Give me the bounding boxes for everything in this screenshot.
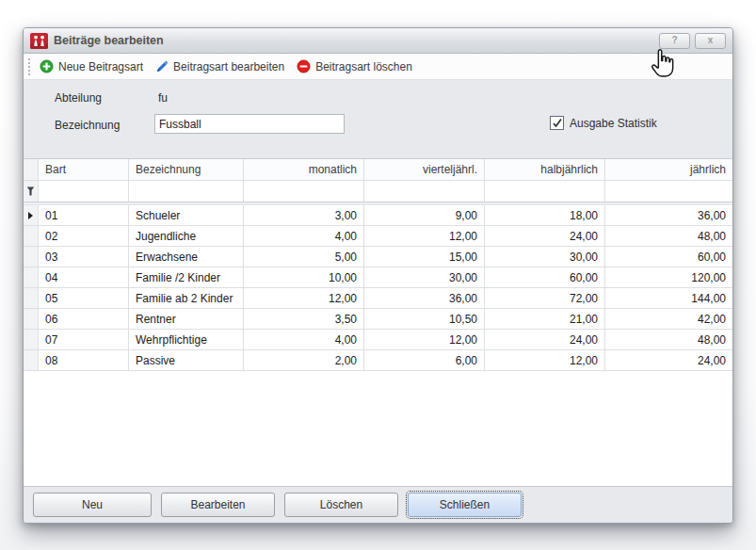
row-indicator-header xyxy=(24,159,39,180)
cell-bart[interactable]: 08 xyxy=(39,350,129,370)
cell-vierteljaehrl[interactable]: 12,00 xyxy=(364,330,485,349)
cell-jaehrlich[interactable]: 48,00 xyxy=(605,330,732,349)
cell-vierteljaehrl[interactable]: 30,00 xyxy=(364,267,485,287)
row-indicator xyxy=(24,330,39,349)
filter-cell-vierteljaehrl[interactable] xyxy=(364,181,485,202)
cell-bezeichnung[interactable]: Rentner xyxy=(129,309,244,329)
cell-monatlich[interactable]: 3,00 xyxy=(244,205,364,225)
bezeichnung-label: Bezeichnung xyxy=(55,119,120,132)
column-header-monatlich[interactable]: monatlich xyxy=(244,159,364,180)
cell-bezeichnung[interactable]: Familie /2 Kinder xyxy=(129,267,244,287)
cell-vierteljaehrl[interactable]: 6,00 xyxy=(364,350,485,370)
cell-jaehrlich[interactable]: 48,00 xyxy=(605,226,732,246)
filter-cell-jaehrlich[interactable] xyxy=(605,181,732,202)
cell-jaehrlich[interactable]: 144,00 xyxy=(605,288,732,308)
cell-bezeichnung[interactable]: Wehrpflichtige xyxy=(129,330,244,349)
cell-bezeichnung[interactable]: Jugendliche xyxy=(129,226,244,246)
cell-halbjaehrlich[interactable]: 60,00 xyxy=(485,267,605,287)
cell-jaehrlich[interactable]: 120,00 xyxy=(605,267,732,287)
table-row[interactable]: 04Familie /2 Kinder10,0030,0060,00120,00 xyxy=(24,267,732,288)
filter-funnel-icon xyxy=(26,186,35,196)
row-indicator xyxy=(24,288,39,308)
cell-halbjaehrlich[interactable]: 24,00 xyxy=(485,226,605,246)
table-row[interactable]: 01Schueler3,009,0018,0036,00 xyxy=(24,205,732,226)
table-row[interactable]: 07Wehrpflichtige4,0012,0024,0048,00 xyxy=(24,330,732,350)
cell-halbjaehrlich[interactable]: 12,00 xyxy=(485,350,605,370)
cell-bart[interactable]: 06 xyxy=(39,309,129,329)
new-beitragsart-button[interactable]: Neue Beitragsart xyxy=(36,57,152,77)
row-indicator xyxy=(24,309,39,329)
bezeichnung-input[interactable] xyxy=(154,114,345,134)
cell-bezeichnung[interactable]: Erwachsene xyxy=(129,247,244,267)
cell-vierteljaehrl[interactable]: 9,00 xyxy=(364,205,485,225)
toolbar-grip-handle[interactable] xyxy=(28,58,30,75)
cell-monatlich[interactable]: 4,00 xyxy=(244,330,364,349)
cell-jaehrlich[interactable]: 24,00 xyxy=(605,350,732,370)
column-header-jaehrlich[interactable]: jährlich xyxy=(605,159,732,180)
cell-halbjaehrlich[interactable]: 18,00 xyxy=(485,205,605,225)
row-indicator xyxy=(24,247,39,267)
cell-bart[interactable]: 03 xyxy=(39,247,129,267)
help-button[interactable]: ? xyxy=(659,33,690,49)
cell-halbjaehrlich[interactable]: 24,00 xyxy=(485,330,605,349)
row-indicator xyxy=(24,205,39,225)
table-row[interactable]: 02Jugendliche4,0012,0024,0048,00 xyxy=(24,226,732,247)
app-icon xyxy=(30,33,48,49)
grid-filter-row[interactable] xyxy=(24,181,732,202)
beitragsart-grid: BartBezeichnungmonatlichvierteljährl.hal… xyxy=(24,158,732,486)
cell-bezeichnung[interactable]: Familie ab 2 Kinder xyxy=(129,288,244,308)
footer-bar: Neu Bearbeiten Löschen Schließen xyxy=(24,486,732,523)
cell-monatlich[interactable]: 12,00 xyxy=(244,288,364,308)
cell-vierteljaehrl[interactable]: 36,00 xyxy=(364,288,485,308)
filter-row-indicator xyxy=(24,181,39,202)
neu-button[interactable]: Neu xyxy=(33,493,152,517)
cell-vierteljaehrl[interactable]: 10,50 xyxy=(364,309,485,329)
cell-jaehrlich[interactable]: 60,00 xyxy=(605,247,732,267)
delete-beitragsart-button[interactable]: Beitragsart löschen xyxy=(293,57,421,77)
edit-beitragsart-button[interactable]: Beitragsart bearbeiten xyxy=(152,57,293,77)
statistik-checkbox-group[interactable]: Ausgabe Statistik xyxy=(550,116,657,130)
cell-vierteljaehrl[interactable]: 15,00 xyxy=(364,247,485,267)
cell-monatlich[interactable]: 4,00 xyxy=(244,226,364,246)
cell-monatlich[interactable]: 10,00 xyxy=(244,267,364,287)
filter-cell-monatlich[interactable] xyxy=(244,181,364,202)
cell-monatlich[interactable]: 5,00 xyxy=(244,247,364,267)
cell-vierteljaehrl[interactable]: 12,00 xyxy=(364,226,485,246)
cell-monatlich[interactable]: 3,50 xyxy=(244,309,364,329)
grid-empty-area xyxy=(24,371,732,486)
cell-bart[interactable]: 01 xyxy=(39,205,129,225)
table-row[interactable]: 03Erwachsene5,0015,0030,0060,00 xyxy=(24,247,732,267)
table-row[interactable]: 06Rentner3,5010,5021,0042,00 xyxy=(24,309,732,330)
column-header-bart[interactable]: Bart xyxy=(39,159,129,180)
abteilung-value: fu xyxy=(158,91,168,105)
row-indicator xyxy=(24,350,39,370)
cell-halbjaehrlich[interactable]: 21,00 xyxy=(485,309,605,329)
filter-cell-bart[interactable] xyxy=(39,181,129,202)
cell-bart[interactable]: 04 xyxy=(39,267,129,287)
grid-body: 01Schueler3,009,0018,0036,0002Jugendlich… xyxy=(24,205,732,371)
cell-bart[interactable]: 02 xyxy=(39,226,129,246)
column-header-halbjaehrlich[interactable]: halbjährlich xyxy=(485,159,605,180)
schliessen-button[interactable]: Schließen xyxy=(408,493,522,517)
close-button[interactable]: x xyxy=(695,33,726,49)
titlebar[interactable]: Beiträge bearbeiten ? x xyxy=(24,28,732,54)
cell-jaehrlich[interactable]: 36,00 xyxy=(605,205,732,225)
column-header-bezeichnung[interactable]: Bezeichnung xyxy=(129,159,244,180)
statistik-checkbox[interactable] xyxy=(550,116,564,130)
bearbeiten-button[interactable]: Bearbeiten xyxy=(161,493,275,517)
cell-halbjaehrlich[interactable]: 30,00 xyxy=(485,247,605,267)
loeschen-button[interactable]: Löschen xyxy=(284,493,398,517)
cell-bezeichnung[interactable]: Schueler xyxy=(129,205,244,225)
cell-halbjaehrlich[interactable]: 72,00 xyxy=(485,288,605,308)
cell-jaehrlich[interactable]: 42,00 xyxy=(605,309,732,329)
cell-bart[interactable]: 07 xyxy=(39,330,129,349)
delete-beitragsart-label: Beitragsart löschen xyxy=(315,60,412,73)
column-header-vierteljaehrl[interactable]: vierteljährl. xyxy=(364,159,485,180)
table-row[interactable]: 05Familie ab 2 Kinder12,0036,0072,00144,… xyxy=(24,288,732,309)
cell-bezeichnung[interactable]: Passive xyxy=(129,350,244,370)
table-row[interactable]: 08Passive2,006,0012,0024,00 xyxy=(24,350,732,371)
filter-cell-bezeichnung[interactable] xyxy=(129,181,244,202)
cell-bart[interactable]: 05 xyxy=(39,288,129,308)
cell-monatlich[interactable]: 2,00 xyxy=(244,350,364,370)
filter-cell-halbjaehrlich[interactable] xyxy=(485,181,605,202)
